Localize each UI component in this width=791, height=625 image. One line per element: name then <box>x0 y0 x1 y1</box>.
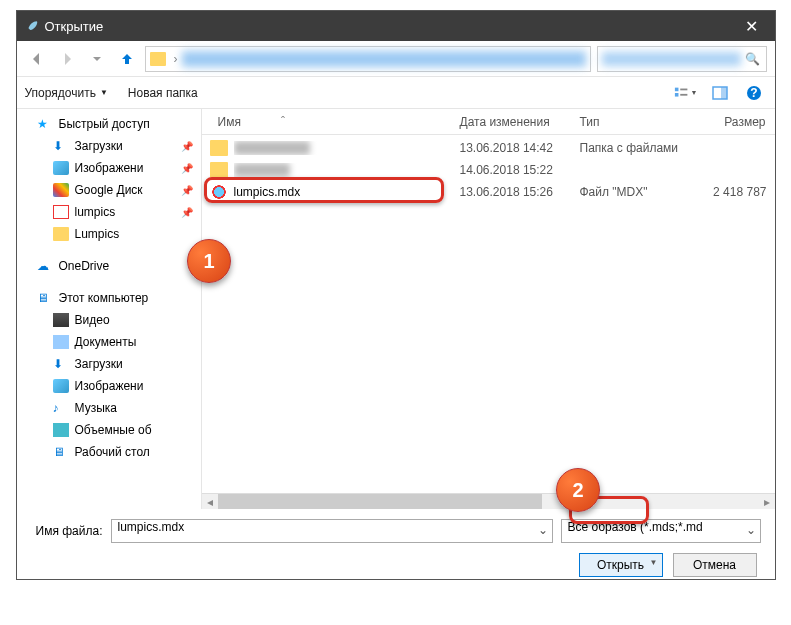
file-name: hid <box>234 163 460 177</box>
file-list: hidden 13.06.2018 14:42 Папка с файлами … <box>202 135 775 203</box>
main-area: ★Быстрый доступ ⬇Загрузки📌 Изображени📌 G… <box>17 109 775 509</box>
file-row[interactable]: hid 14.06.2018 15:22 <box>202 159 775 181</box>
scroll-thumb[interactable] <box>218 494 543 509</box>
filename-label: Имя файла: <box>31 524 103 538</box>
sidebar-label: Быстрый доступ <box>59 117 150 131</box>
sidebar-label: Изображени <box>75 161 144 175</box>
preview-pane-button[interactable] <box>707 82 733 104</box>
close-button[interactable]: ✕ <box>737 17 767 36</box>
col-label: Размер <box>724 115 765 129</box>
open-button[interactable]: Открыть ▼ <box>579 553 663 577</box>
images-icon <box>53 161 69 175</box>
file-type: Файл "MDX" <box>580 185 710 199</box>
sidebar-downloads[interactable]: ⬇Загрузки📌 <box>17 135 201 157</box>
search-placeholder-blurred <box>602 52 741 66</box>
sidebar-images2[interactable]: Изображени <box>17 375 201 397</box>
column-size[interactable]: Размер <box>702 115 775 129</box>
folder-icon <box>210 162 228 178</box>
folder-icon <box>210 140 228 156</box>
column-date[interactable]: Дата изменения <box>452 115 572 129</box>
sidebar-images[interactable]: Изображени📌 <box>17 157 201 179</box>
file-row-selected[interactable]: lumpics.mdx 13.06.2018 15:26 Файл "MDX" … <box>202 181 775 203</box>
documents-icon <box>53 335 69 349</box>
file-row[interactable]: hidden 13.06.2018 14:42 Папка с файлами <box>202 137 775 159</box>
bottom-panel: Имя файла: lumpics.mdx ⌄ Все образов (*.… <box>17 509 775 587</box>
recent-dropdown[interactable] <box>85 47 109 71</box>
back-button[interactable] <box>25 47 49 71</box>
sidebar-quick-access[interactable]: ★Быстрый доступ <box>17 113 201 135</box>
download-icon: ⬇ <box>53 139 69 153</box>
address-path-blurred <box>182 51 586 67</box>
titlebar: Открытие ✕ <box>17 11 775 41</box>
open-button-label: Открыть <box>597 558 644 572</box>
lumpics-icon <box>53 205 69 219</box>
annotation-marker-1: 1 <box>187 239 231 283</box>
split-chevron-icon: ▼ <box>650 558 658 567</box>
gdrive-icon <box>53 183 69 197</box>
scroll-track[interactable] <box>218 494 759 509</box>
sidebar-label: Изображени <box>75 379 144 393</box>
col-label: Тип <box>580 115 600 129</box>
sidebar-music[interactable]: ♪Музыка <box>17 397 201 419</box>
app-feather-icon <box>25 19 39 33</box>
forward-button[interactable] <box>55 47 79 71</box>
file-date: 13.06.2018 14:42 <box>460 141 580 155</box>
up-button[interactable] <box>115 47 139 71</box>
newfolder-label: Новая папка <box>128 86 198 100</box>
scroll-left-arrow[interactable]: ◂ <box>202 494 218 509</box>
folder-icon <box>150 52 166 66</box>
filename-input[interactable]: lumpics.mdx ⌄ <box>111 519 553 543</box>
sidebar-lumpics2[interactable]: Lumpics <box>17 223 201 245</box>
toolbar: Упорядочить ▼ Новая папка ▼ ? <box>17 77 775 109</box>
sidebar-documents[interactable]: Документы <box>17 331 201 353</box>
sidebar-gdrive[interactable]: Google Диск📌 <box>17 179 201 201</box>
chevron-down-icon: ⌄ <box>746 523 756 537</box>
sidebar-label: Рабочий стол <box>75 445 150 459</box>
filename-row: Имя файла: lumpics.mdx ⌄ Все образов (*.… <box>31 519 761 543</box>
sidebar-desktop[interactable]: 🖥Рабочий стол <box>17 441 201 463</box>
video-icon <box>53 313 69 327</box>
open-dialog-window: Открытие ✕ › 🔍 Упорядочить ▼ Новая папка… <box>16 10 776 580</box>
column-type[interactable]: Тип <box>572 115 702 129</box>
cancel-button[interactable]: Отмена <box>673 553 757 577</box>
sidebar-thispc[interactable]: 🖥Этот компьютер <box>17 287 201 309</box>
cancel-button-label: Отмена <box>693 558 736 572</box>
address-bar[interactable]: › <box>145 46 591 72</box>
column-name[interactable]: Имяˆ <box>202 115 452 129</box>
filetype-select[interactable]: Все образов (*.mds;*.md ⌄ <box>561 519 761 543</box>
images-icon <box>53 379 69 393</box>
sidebar-label: Google Диск <box>75 183 143 197</box>
sidebar-label: Этот компьютер <box>59 291 149 305</box>
filename-value: lumpics.mdx <box>118 520 185 534</box>
sidebar-downloads2[interactable]: ⬇Загрузки <box>17 353 201 375</box>
svg-text:?: ? <box>750 86 757 100</box>
view-options-button[interactable]: ▼ <box>673 82 699 104</box>
sidebar-label: Загрузки <box>75 139 123 153</box>
navigation-row: › 🔍 <box>17 41 775 77</box>
file-date: 14.06.2018 15:22 <box>460 163 580 177</box>
window-title: Открытие <box>45 19 737 34</box>
objects-icon <box>53 423 69 437</box>
search-box[interactable]: 🔍 <box>597 46 767 72</box>
sidebar-lumpics1[interactable]: lumpics📌 <box>17 201 201 223</box>
file-name: hidden <box>234 141 460 155</box>
scroll-right-arrow[interactable]: ▸ <box>759 494 775 509</box>
horizontal-scrollbar[interactable]: ◂ ▸ <box>202 493 775 509</box>
col-label: Дата изменения <box>460 115 550 129</box>
annotation-marker-2: 2 <box>556 468 600 512</box>
organize-menu[interactable]: Упорядочить ▼ <box>25 86 108 100</box>
svg-rect-5 <box>721 87 727 99</box>
sidebar-onedrive[interactable]: ☁OneDrive <box>17 255 201 277</box>
help-button[interactable]: ? <box>741 82 767 104</box>
chevron-down-icon: ▼ <box>100 88 108 97</box>
pin-icon: 📌 <box>181 207 193 218</box>
new-folder-button[interactable]: Новая папка <box>128 86 198 100</box>
sidebar-label: Lumpics <box>75 227 120 241</box>
button-row: Открыть ▼ Отмена <box>31 553 761 577</box>
sidebar-video[interactable]: Видео <box>17 309 201 331</box>
svg-rect-1 <box>674 93 678 97</box>
chevron-down-icon: ⌄ <box>538 523 548 537</box>
sidebar-3dobjects[interactable]: Объемные об <box>17 419 201 441</box>
sort-indicator-icon: ˆ <box>281 115 285 129</box>
sidebar: ★Быстрый доступ ⬇Загрузки📌 Изображени📌 G… <box>17 109 202 509</box>
